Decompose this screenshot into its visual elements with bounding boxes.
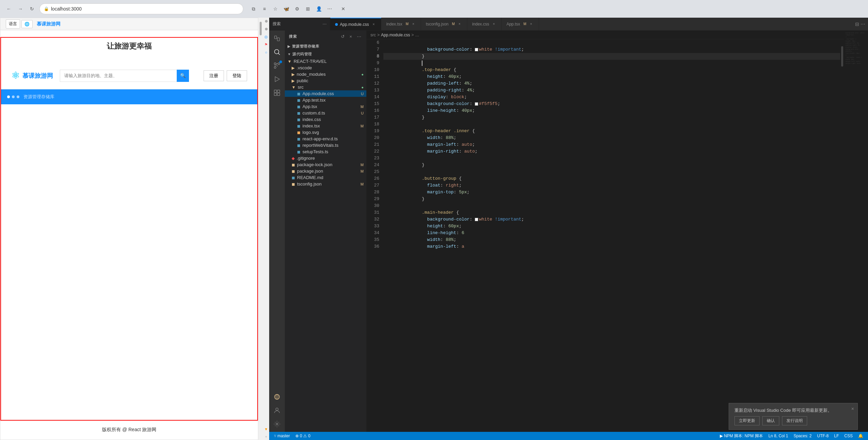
tree-item-react-env[interactable]: ◼ react-app-env.d.ts: [285, 136, 366, 142]
project-root[interactable]: ▼ REACT-TRAVEL: [285, 58, 366, 65]
status-line-col[interactable]: Ln 8, Col 1: [766, 434, 790, 438]
map-button[interactable]: 🌐: [21, 20, 33, 28]
refresh-icon[interactable]: ↺: [339, 33, 346, 40]
activity-settings[interactable]: [271, 418, 283, 430]
split-editor-icon[interactable]: ⊟: [855, 21, 859, 27]
activity-account[interactable]: [271, 404, 283, 417]
link-icon[interactable]: ◎: [264, 35, 268, 39]
tree-item-vscode[interactable]: ▶ .vscode: [285, 65, 366, 71]
editor-scrollbar[interactable]: [840, 39, 844, 432]
preview-scrollbar[interactable]: [258, 18, 263, 440]
status-bell[interactable]: 🔔: [856, 434, 865, 438]
code-content[interactable]: background-color: white !important; } .t: [383, 39, 840, 432]
settings-btn[interactable]: ⚙: [292, 4, 302, 14]
breadcrumb-file[interactable]: App.module.css: [381, 33, 410, 37]
status-spaces[interactable]: Spaces: 2: [792, 434, 814, 438]
tree-item-app-module-css[interactable]: ◼ App.module.css U: [285, 90, 366, 97]
tab-index-css[interactable]: index.css ×: [467, 18, 502, 30]
activity-explorer[interactable]: [271, 32, 283, 45]
scrollbar-thumb: [841, 46, 843, 67]
plus-icon[interactable]: +: [265, 435, 267, 439]
search-input[interactable]: [60, 70, 177, 82]
tab-tsconfig[interactable]: tsconfig.json M ×: [421, 18, 467, 30]
flag-icon[interactable]: ⚑: [264, 42, 268, 47]
tree-item-tsconfig[interactable]: ◼ tsconfig.json M: [285, 181, 366, 187]
tree-item-logo[interactable]: ◼ logo.svg: [285, 129, 366, 136]
tree-item-index-css[interactable]: ◼ index.css: [285, 116, 366, 123]
forward-button[interactable]: →: [16, 4, 25, 14]
reload-button[interactable]: ↻: [27, 4, 37, 14]
tab-label-index-tsx: index.tsx: [386, 22, 402, 27]
status-git[interactable]: ⑂ master: [272, 434, 292, 438]
activity-extensions[interactable]: [271, 86, 283, 99]
zoom-icon[interactable]: ⊕: [265, 19, 268, 23]
lang-button[interactable]: 语言: [6, 19, 20, 29]
tab-close-index-css[interactable]: ×: [491, 21, 497, 27]
tree-item-package-lock[interactable]: ◼ package-lock.json M: [285, 161, 366, 168]
status-eol[interactable]: LF: [832, 434, 841, 438]
search-button[interactable]: 🔍: [177, 70, 189, 82]
breadcrumb-src[interactable]: src: [370, 33, 376, 37]
tree-item-report-web[interactable]: ◼ reportWebVitals.ts: [285, 142, 366, 148]
register-button[interactable]: 注册: [204, 70, 224, 81]
activity-run[interactable]: [271, 73, 283, 86]
tree-item-custom-dts[interactable]: ◼ custom.d.ts U: [285, 110, 366, 116]
index-css-name: index.css: [302, 117, 364, 122]
tab-manager-btn[interactable]: ⧉: [249, 4, 258, 14]
bookmark-btn[interactable]: ☆: [271, 4, 280, 14]
tab-close-app-module[interactable]: ×: [371, 22, 376, 27]
tree-item-index-tsx[interactable]: ◼ index.tsx M: [285, 123, 366, 129]
back-button[interactable]: ←: [4, 4, 14, 14]
tab-app-tsx[interactable]: App.tsx M ×: [502, 18, 539, 30]
ln-6: 6: [366, 39, 383, 46]
close-tab-area[interactable]: ✕: [338, 4, 348, 14]
search-header-label: 搜索: [273, 21, 281, 27]
tree-item-gitignore[interactable]: ◆ .gitignore: [285, 155, 366, 161]
address-bar[interactable]: 🔒 localhost:3000: [39, 3, 243, 14]
extensions-btn[interactable]: ⊞: [303, 4, 313, 14]
login-button[interactable]: 登陆: [227, 70, 247, 81]
tree-item-app-test[interactable]: ◼ App.test.tsx: [285, 97, 366, 103]
circle-icon[interactable]: ○: [265, 50, 267, 54]
tab-index-tsx[interactable]: index.tsx M ×: [381, 18, 421, 30]
profile-btn[interactable]: 👤: [314, 4, 324, 14]
search-header-menu[interactable]: ⋯: [323, 22, 327, 27]
tab-app-module-css[interactable]: App.module.css ×: [330, 18, 381, 30]
activity-search[interactable]: [271, 46, 283, 58]
ln-18: 18: [366, 121, 383, 128]
tsx-file-icon: ◼: [297, 104, 300, 109]
reader-btn[interactable]: ≡: [260, 4, 269, 14]
tree-item-public[interactable]: ▶ public: [285, 77, 366, 84]
tab-close-tsconfig[interactable]: ×: [457, 21, 462, 27]
collections-btn[interactable]: 🦋: [281, 4, 291, 14]
triangle-icon[interactable]: ▼: [264, 427, 268, 431]
activity-source-control[interactable]: [271, 59, 283, 72]
tree-item-package-json[interactable]: ◼ package.json M: [285, 168, 366, 174]
tree-item-node-modules[interactable]: ▶ node_modules ●: [285, 71, 366, 77]
tree-item-setup-tests[interactable]: ◼ setupTests.ts: [285, 148, 366, 155]
more-icon[interactable]: ⋯: [355, 33, 362, 40]
git-chevron: ▼: [288, 52, 291, 56]
notification-close-icon[interactable]: ×: [851, 406, 854, 411]
info-icon[interactable]: ⊗: [265, 27, 268, 31]
more-btn[interactable]: ⋯: [325, 4, 334, 14]
status-npm[interactable]: ▶ NPM 脚本: NPM 脚本: [718, 433, 765, 439]
update-now-button[interactable]: 立即更新: [734, 416, 760, 425]
confirm-button[interactable]: 确认: [762, 416, 779, 425]
tree-item-src[interactable]: ▼ src ●: [285, 84, 366, 90]
explorer-section-header[interactable]: ▶ 资源管理存储库: [285, 42, 366, 50]
tree-item-readme[interactable]: ◼ README.md: [285, 174, 366, 181]
activity-remote[interactable]: [271, 390, 283, 403]
more-actions-icon[interactable]: ⋯: [861, 21, 865, 27]
status-encoding[interactable]: UTF-8: [815, 434, 831, 438]
readme-icon: ◼: [292, 175, 295, 180]
release-notes-button[interactable]: 发行说明: [782, 416, 807, 425]
status-errors[interactable]: ⊗ 0 ⚠ 0: [293, 434, 312, 438]
tab-close-index[interactable]: ×: [411, 21, 416, 27]
tree-item-app-tsx[interactable]: ◼ App.tsx M: [285, 103, 366, 110]
code-editor[interactable]: 6 7 8 9 10 11 12 13 14 15 16 17 18 19: [366, 39, 844, 432]
clear-icon[interactable]: ×: [347, 33, 354, 40]
git-section-header[interactable]: ▼ 源代码管理: [285, 50, 366, 58]
tab-close-app-tsx[interactable]: ×: [528, 21, 534, 27]
status-language[interactable]: CSS: [842, 434, 855, 438]
